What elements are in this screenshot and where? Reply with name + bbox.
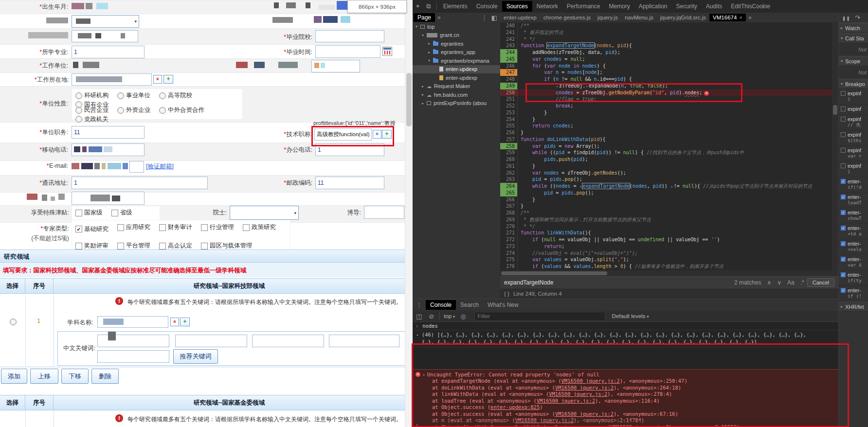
page-scrollbar-thumb[interactable] [406,73,412,126]
line-number[interactable]: 251 [500,96,518,103]
tab-memory[interactable]: Memory [604,1,634,12]
code-line[interactable]: 257function doLinkWithData(pid){ [500,136,838,143]
breakpoint-item[interactable]: enter-showT [839,208,868,224]
checkbox-icon[interactable] [117,243,124,249]
xhr-breakpoints-section[interactable]: ▸XHR/fet [839,302,868,312]
check-option[interactable]: 应用研究 [117,223,150,231]
previous-match-icon[interactable] [764,279,774,286]
code-line[interactable]: 246 for (var node in nodes) { [500,63,838,70]
radio-option[interactable]: 外资企业 [117,106,150,114]
duty-input[interactable] [72,126,145,139]
doctoral-input[interactable] [364,206,404,219]
code-line[interactable]: 244 addNodes(zTreeObj, data, pid); [500,49,838,56]
radio-option[interactable]: 党政机关 [75,115,108,124]
code-line[interactable]: 247 var n = nodes[node]; [500,69,838,76]
code-line[interactable]: 271function linkWithData(){ [500,230,838,236]
more-file-tabs-icon[interactable] [746,14,754,21]
console-prompt[interactable] [413,421,838,427]
tab-console[interactable]: Console [472,1,502,12]
code-line[interactable]: 269 * 数据和树节点同步展示，打开当前数据节点的所有父节点 [500,216,838,223]
radio-icon[interactable] [75,92,82,99]
stack-link[interactable]: VM16500 jquery.js:2 [561,378,620,384]
line-number[interactable]: 241 [500,29,518,36]
expander-icon[interactable]: ▸ [422,84,427,89]
file-tab-jquery.jqGrid.src.js[interactable]: jquery.jqGrid.src.js [657,14,709,21]
more-panels-icon[interactable] [435,14,443,21]
expander-icon[interactable]: ▸ [422,92,427,97]
checkbox-icon[interactable] [159,243,166,249]
check-option[interactable]: 平台管理 [117,242,150,250]
line-number[interactable]: 253 [500,109,518,116]
console-tab[interactable]: Console [426,300,456,310]
line-number[interactable]: 273 [500,243,518,250]
tree-item[interactable]: enter-updexp [413,65,500,74]
breakpoint-checkbox[interactable] [841,179,846,184]
add-button[interactable]: 添加 [1,369,27,384]
radio-icon[interactable] [75,107,82,114]
code-line[interactable]: 253 } [500,109,838,116]
recommend-keywords-button[interactable]: 推荐关键词 [173,349,218,364]
tab-audits[interactable]: Audits [702,1,726,12]
line-number[interactable]: 263 [500,176,518,183]
checkbox-icon[interactable] [243,224,250,231]
breakpoint-checkbox[interactable] [841,132,846,137]
expander-icon[interactable]: ▸ [841,26,845,30]
check-option[interactable]: 高企认定 [159,242,192,250]
line-number[interactable]: 244 [500,49,518,56]
tab-security[interactable]: Security [672,1,702,12]
expander-icon[interactable]: ▸ [428,41,433,46]
line-number[interactable]: 272 [500,236,518,243]
file-tab-navMenu.js[interactable]: navMenu.js [621,14,657,21]
expander-icon[interactable]: ▾ [841,59,845,63]
clear-field-icon[interactable] [153,75,162,84]
stack-link[interactable]: enter-updexp:825 [490,404,540,410]
code-line[interactable]: 274 //valueObj = eval("("+valueObj+")"); [500,250,838,257]
hide-navigator-icon[interactable] [489,14,500,21]
line-number[interactable]: 247 [500,69,518,76]
match-case-button[interactable]: Aa [784,279,797,286]
code-line[interactable]: 263 pid = pids.pop(); [500,176,838,183]
code-line[interactable]: 241 * 展开指定的节点 [500,29,838,36]
check-option[interactable]: 财务审计 [159,223,192,231]
line-number[interactable]: 255 [500,123,518,129]
line-number[interactable]: 258 [500,143,518,150]
whats-new-tab[interactable]: What's New [483,300,523,310]
console-filter-input[interactable] [474,312,605,321]
scrollbar-thumb[interactable] [501,271,607,275]
line-number[interactable]: 268 [500,210,518,216]
file-tab-jquery.js[interactable]: jquery.js [594,14,621,21]
stack-link[interactable]: VM16500 jquery.js:2 [549,391,607,397]
breakpoint-checkbox[interactable] [841,272,846,277]
line-number[interactable]: 254 [500,116,518,123]
open-picker-icon[interactable] [163,75,173,84]
call-stack-section[interactable]: ▾Call Sta [839,33,868,43]
tab-sources[interactable]: Sources [502,1,532,12]
line-number[interactable]: 261 [500,163,518,170]
expander-icon[interactable]: ▾ [841,36,845,40]
code-line[interactable]: 245 var cnodes = null; [500,56,838,63]
file-tab-enter-updexp[interactable]: enter-updexp [500,14,540,21]
breakpoint-checkbox[interactable] [841,107,846,111]
breakpoint-checkbox[interactable] [841,195,846,199]
code-line[interactable]: 256} [500,129,838,136]
line-number[interactable]: 246 [500,63,518,70]
breakpoint-checkbox[interactable] [841,210,846,215]
delete-button[interactable]: 删除 [91,369,119,384]
move-up-button[interactable]: 上移 [30,369,58,384]
code-line[interactable]: 268/** [500,210,838,216]
pause-icon[interactable] [839,14,854,21]
search-tab[interactable]: Search [456,300,483,310]
expander-icon[interactable]: ▸ [841,304,845,309]
checkbox-icon[interactable] [75,226,82,232]
code-line[interactable]: 276 if (values && values.length > 0) { /… [500,263,838,270]
checkbox-icon[interactable] [117,224,124,231]
breakpoint-checkbox[interactable] [841,288,846,293]
tab-elements[interactable]: Elements [439,1,472,12]
radio-option[interactable]: 高等院校 [159,91,192,100]
line-number[interactable]: 249 [500,83,518,89]
title-picker-icon[interactable] [382,130,392,139]
tab-network[interactable]: Network [532,1,562,12]
tree-item[interactable]: enter-updexp [413,73,500,82]
radio-option[interactable]: 事业单位 [117,91,150,100]
code-line[interactable]: 243function expandTargetNode(nodes, pid)… [500,42,838,49]
